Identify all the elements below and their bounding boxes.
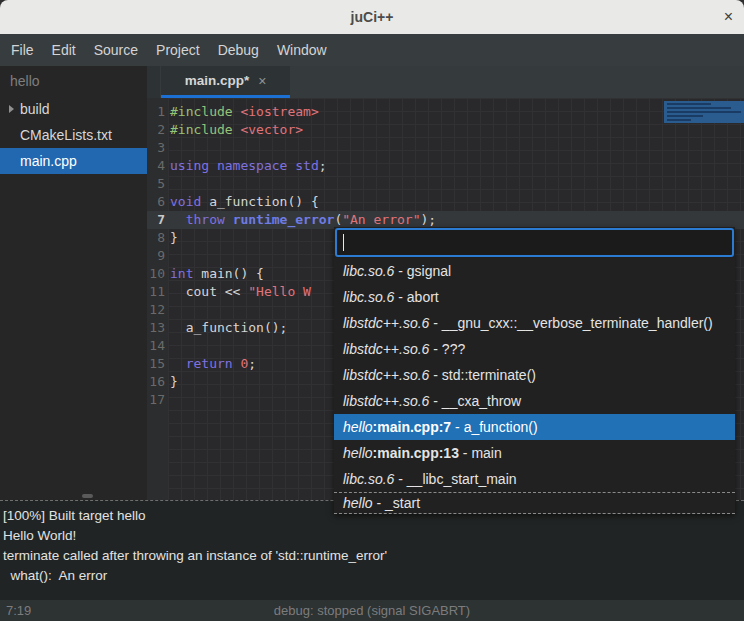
tab-close-icon[interactable]: × bbox=[258, 74, 266, 88]
code-line: 5 bbox=[147, 175, 744, 193]
separator: - bbox=[429, 341, 441, 357]
line-code: #include <iostream> bbox=[165, 103, 319, 121]
menu-item-source[interactable]: Source bbox=[85, 34, 147, 66]
output-line: what(): An error bbox=[3, 566, 741, 586]
tree-item-cmakelists-txt[interactable]: CMakeLists.txt bbox=[0, 122, 147, 148]
line-code bbox=[165, 337, 170, 355]
code-line: 6void a_function() { bbox=[147, 193, 744, 211]
code-token: #include bbox=[170, 122, 233, 137]
code-line: 4using namespace std; bbox=[147, 157, 744, 175]
library-name: hello bbox=[343, 419, 373, 435]
line-code bbox=[165, 391, 170, 409]
close-icon[interactable]: × bbox=[724, 9, 733, 25]
backtrace-list: libc.so.6 - gsignallibc.so.6 - abortlibs… bbox=[334, 258, 735, 514]
code-token: runtime_error bbox=[233, 212, 335, 227]
separator: - bbox=[429, 315, 441, 331]
line-code: a_function(); bbox=[165, 319, 287, 337]
library-name: hello bbox=[343, 495, 373, 511]
code-token bbox=[225, 212, 233, 227]
pane-resize-handle[interactable] bbox=[82, 494, 93, 498]
line-code: #include <vector> bbox=[165, 121, 303, 139]
output-lines: [100%] Built target helloHello World!ter… bbox=[3, 506, 741, 586]
menu-item-file[interactable]: File bbox=[2, 34, 43, 66]
code-token: "Hello W bbox=[248, 284, 311, 299]
expander-icon bbox=[9, 131, 14, 139]
separator: - bbox=[459, 445, 471, 461]
line-code: int main() { bbox=[165, 265, 264, 283]
code-line: 2#include <vector> bbox=[147, 121, 744, 139]
tree-item-label: CMakeLists.txt bbox=[20, 127, 112, 143]
menu-item-edit[interactable]: Edit bbox=[43, 34, 85, 66]
backtrace-popup: libc.so.6 - gsignallibc.so.6 - abortlibs… bbox=[334, 227, 735, 514]
function-name: main bbox=[471, 445, 501, 461]
function-name: gsignal bbox=[407, 263, 451, 279]
line-code: return 0; bbox=[165, 355, 256, 373]
output-panel[interactable]: [100%] Built target helloHello World!ter… bbox=[0, 500, 744, 600]
code-token: namespace bbox=[217, 158, 287, 173]
function-name: ??? bbox=[442, 341, 465, 357]
backtrace-item[interactable]: libc.so.6 - abort bbox=[334, 284, 735, 310]
library-name: libc.so.6 bbox=[343, 263, 394, 279]
line-number: 10 bbox=[147, 265, 165, 283]
tab-bar-strip bbox=[147, 66, 160, 98]
menu-item-debug[interactable]: Debug bbox=[209, 34, 268, 66]
line-number: 7 bbox=[147, 211, 165, 229]
tree-item-label: main.cpp bbox=[20, 153, 77, 169]
code-token: <vector> bbox=[240, 122, 303, 137]
code-token: a_function(); bbox=[170, 320, 287, 335]
code-token: #include bbox=[170, 104, 233, 119]
sidebar: hello buildCMakeLists.txtmain.cpp bbox=[0, 66, 147, 500]
code-token bbox=[170, 212, 186, 227]
window-title: juCi++ bbox=[351, 9, 394, 25]
line-code: void a_function() { bbox=[165, 193, 319, 211]
library-name: libc.so.6 bbox=[343, 289, 394, 305]
tree-item-main-cpp[interactable]: main.cpp bbox=[0, 148, 147, 174]
separator: - bbox=[429, 367, 441, 383]
code-token: std bbox=[295, 158, 318, 173]
backtrace-item[interactable]: libstdc++.so.6 - ??? bbox=[334, 336, 735, 362]
function-name: std::terminate() bbox=[442, 367, 536, 383]
code-token: a_function() { bbox=[201, 194, 318, 209]
code-token: using bbox=[170, 158, 209, 173]
backtrace-item[interactable]: libc.so.6 - gsignal bbox=[334, 258, 735, 284]
line-code bbox=[165, 175, 170, 193]
backtrace-item[interactable]: libstdc++.so.6 - __cxa_throw bbox=[334, 388, 735, 414]
backtrace-item[interactable]: hello:main.cpp:7 - a_function() bbox=[334, 414, 735, 440]
line-number: 12 bbox=[147, 301, 165, 319]
line-code: cout << "Hello W bbox=[165, 283, 311, 301]
expander-icon bbox=[9, 157, 14, 165]
text-caret bbox=[343, 234, 344, 251]
expander-icon bbox=[9, 105, 14, 113]
line-code bbox=[165, 139, 170, 157]
library-name: libstdc++.so.6 bbox=[343, 393, 429, 409]
code-token: cout << bbox=[170, 284, 248, 299]
separator: - bbox=[394, 263, 406, 279]
backtrace-item[interactable]: libstdc++.so.6 - std::terminate() bbox=[334, 362, 735, 388]
code-line: 3 bbox=[147, 139, 744, 157]
line-number: 16 bbox=[147, 373, 165, 391]
function-name: _start bbox=[385, 495, 420, 511]
function-name: __libc_start_main bbox=[407, 471, 517, 487]
code-token bbox=[209, 158, 217, 173]
tab-bar: main.cpp* × bbox=[147, 66, 744, 98]
backtrace-item[interactable]: hello - _start bbox=[334, 492, 735, 514]
line-number: 9 bbox=[147, 247, 165, 265]
line-number: 4 bbox=[147, 157, 165, 175]
code-token: throw bbox=[186, 212, 225, 227]
line-code: } bbox=[165, 229, 178, 247]
line-number: 11 bbox=[147, 283, 165, 301]
backtrace-search-input[interactable] bbox=[335, 228, 734, 257]
code-token: int bbox=[170, 266, 193, 281]
backtrace-item[interactable]: libstdc++.so.6 - __gnu_cxx::__verbose_te… bbox=[334, 310, 735, 336]
backtrace-item[interactable]: libc.so.6 - __libc_start_main bbox=[334, 466, 735, 492]
tab-main-cpp[interactable]: main.cpp* × bbox=[161, 66, 290, 98]
code-token: } bbox=[170, 374, 178, 389]
menu-item-window[interactable]: Window bbox=[268, 34, 336, 66]
menu-bar: FileEditSourceProjectDebugWindow bbox=[0, 34, 744, 66]
library-name: libstdc++.so.6 bbox=[343, 341, 429, 357]
library-name: libstdc++.so.6 bbox=[343, 315, 429, 331]
tree-item-build[interactable]: build bbox=[0, 96, 147, 122]
backtrace-item[interactable]: hello:main.cpp:13 - main bbox=[334, 440, 735, 466]
code-token: main() { bbox=[193, 266, 263, 281]
menu-item-project[interactable]: Project bbox=[147, 34, 209, 66]
